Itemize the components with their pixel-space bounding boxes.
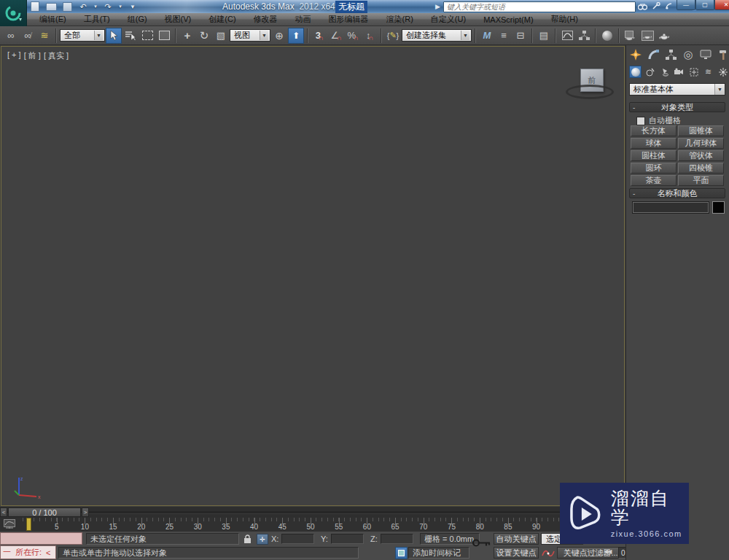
autogrid-checkbox[interactable] bbox=[636, 117, 645, 125]
restore-button[interactable]: ▢ bbox=[695, 0, 714, 10]
button-cylinder[interactable]: 圆柱体 bbox=[631, 150, 677, 161]
close-button[interactable]: ✕ bbox=[714, 0, 729, 10]
redo-icon[interactable]: ↷ bbox=[102, 1, 114, 12]
subtab-shapes-icon[interactable] bbox=[644, 66, 656, 78]
viewcube-compass-ring[interactable] bbox=[566, 85, 614, 99]
rectangular-selection-region-icon[interactable] bbox=[139, 28, 155, 44]
named-selection-sets-dropdown[interactable]: 创建选择集▼ bbox=[402, 29, 472, 42]
select-by-name-icon[interactable] bbox=[122, 28, 139, 44]
menu-group[interactable]: 组(G) bbox=[119, 13, 156, 26]
selection-lock-icon[interactable] bbox=[243, 534, 252, 547]
current-frame-marker[interactable] bbox=[26, 518, 31, 531]
application-button[interactable] bbox=[0, 0, 27, 26]
select-object-button[interactable] bbox=[106, 28, 122, 44]
isolate-selection-toggle-icon[interactable] bbox=[395, 547, 408, 559]
tab-utilities-icon[interactable] bbox=[717, 48, 729, 61]
tab-hierarchy-icon[interactable] bbox=[664, 48, 677, 61]
object-name-field[interactable] bbox=[632, 201, 709, 214]
unlink-selection-icon[interactable]: ∞/ bbox=[20, 28, 36, 44]
reference-coordinate-dropdown[interactable]: 视图▼ bbox=[230, 29, 270, 42]
primitive-category-dropdown[interactable]: 标准基本体▼ bbox=[629, 83, 725, 96]
select-and-scale-icon[interactable]: ▧ bbox=[213, 28, 229, 44]
macro-recorder-field[interactable] bbox=[0, 532, 82, 545]
maxscript-mini-listener[interactable]: 一 所在行: < bbox=[0, 545, 56, 559]
key-mode-curve-icon[interactable] bbox=[542, 548, 555, 560]
undo-dropdown-icon[interactable]: ▾ bbox=[93, 1, 98, 12]
bind-to-space-warp-icon[interactable]: ≋ bbox=[36, 28, 52, 44]
subscription-wrench-icon[interactable] bbox=[650, 1, 661, 11]
menu-graph-editors[interactable]: 图形编辑器 bbox=[320, 13, 378, 26]
snap-toggle-3d-icon[interactable]: 3∩ bbox=[311, 28, 327, 44]
button-teapot[interactable]: 茶壶 bbox=[631, 175, 677, 186]
open-file-icon[interactable] bbox=[45, 1, 57, 12]
tab-motion-icon[interactable]: ◎ bbox=[682, 48, 695, 61]
tab-modify-icon[interactable] bbox=[647, 48, 660, 61]
menu-views[interactable]: 视图(V) bbox=[156, 13, 200, 26]
schematic-view-icon[interactable] bbox=[576, 28, 592, 44]
subtab-lights-icon[interactable] bbox=[658, 66, 671, 78]
menu-customize[interactable]: 自定义(U) bbox=[422, 13, 475, 26]
angle-snap-toggle-icon[interactable]: ∠∩ bbox=[328, 28, 344, 44]
edit-named-selection-sets-icon[interactable]: {✎} bbox=[385, 28, 401, 44]
button-cone[interactable]: 圆锥体 bbox=[678, 125, 724, 136]
go-to-start-icon[interactable]: ◀◀ bbox=[604, 548, 611, 555]
tab-display-icon[interactable] bbox=[699, 48, 712, 61]
graphite-modeling-icon[interactable]: ▤ bbox=[536, 28, 552, 44]
infocenter-search[interactable] bbox=[443, 1, 636, 12]
button-plane[interactable]: 平面 bbox=[678, 175, 724, 186]
qat-customize-icon[interactable]: ▼ bbox=[127, 1, 139, 12]
subtab-cameras-icon[interactable] bbox=[673, 66, 685, 78]
menu-animation[interactable]: 动画 bbox=[286, 13, 320, 26]
spinner-snap-toggle-icon[interactable]: ↕∩ bbox=[362, 28, 378, 44]
select-and-manipulate-icon[interactable]: ⬆ bbox=[288, 28, 304, 44]
auto-key-button[interactable]: 自动关键点 bbox=[494, 533, 539, 545]
menu-create[interactable]: 创建(C) bbox=[200, 13, 244, 26]
undo-icon[interactable]: ↶ bbox=[77, 1, 89, 12]
subtab-systems-icon[interactable] bbox=[717, 66, 729, 78]
mirror-icon[interactable]: M bbox=[479, 28, 495, 44]
menu-tools[interactable]: 工具(T) bbox=[75, 13, 119, 26]
button-pyramid[interactable]: 四棱锥 bbox=[678, 163, 724, 174]
listener-scroll-arrow-icon[interactable]: < bbox=[46, 548, 50, 557]
minimize-button[interactable]: — bbox=[677, 0, 695, 10]
set-key-icon[interactable] bbox=[472, 537, 491, 551]
new-scene-icon[interactable] bbox=[29, 1, 41, 12]
use-pivot-point-icon[interactable]: ⊕ bbox=[271, 28, 287, 44]
save-file-icon[interactable] bbox=[61, 1, 73, 12]
previous-frame-arrow[interactable]: < bbox=[0, 508, 7, 517]
button-geosphere[interactable]: 几何球体 bbox=[678, 138, 724, 149]
time-slider-track[interactable] bbox=[0, 511, 625, 514]
rendered-frame-window-icon[interactable] bbox=[639, 28, 655, 44]
search-binoculars-icon[interactable] bbox=[637, 1, 648, 11]
menu-modifiers[interactable]: 修改器 bbox=[245, 13, 286, 26]
tab-create-icon[interactable] bbox=[629, 48, 642, 61]
selection-filter-dropdown[interactable]: 全部▼ bbox=[60, 29, 105, 42]
subtab-geometry-icon[interactable] bbox=[629, 66, 642, 78]
button-box[interactable]: 长方体 bbox=[631, 125, 677, 136]
add-time-tag[interactable]: 添加时间标记 bbox=[408, 547, 469, 559]
align-icon[interactable]: ≡ bbox=[496, 28, 512, 44]
z-coordinate-field[interactable] bbox=[381, 534, 413, 544]
render-production-icon[interactable] bbox=[656, 28, 672, 44]
x-coordinate-field[interactable] bbox=[281, 534, 314, 544]
button-torus[interactable]: 圆环 bbox=[631, 163, 677, 174]
select-and-move-icon[interactable]: + bbox=[179, 28, 195, 44]
key-filters-button[interactable]: 关键点过滤器... bbox=[557, 547, 624, 559]
viewport-menu-pov[interactable]: [ 前 ] bbox=[24, 50, 41, 61]
material-editor-icon[interactable] bbox=[599, 28, 615, 44]
viewport-menu-general[interactable]: [ + ] bbox=[7, 50, 21, 61]
mini-curve-editor-icon[interactable] bbox=[4, 519, 17, 529]
next-frame-arrow[interactable]: > bbox=[82, 508, 89, 517]
button-tube[interactable]: 管状体 bbox=[678, 150, 724, 161]
search-expand-arrow-icon[interactable]: ▶ bbox=[435, 3, 440, 10]
viewport-front[interactable]: [ + ] [ 前 ] [ 真实 ] 前 z x bbox=[1, 46, 625, 506]
menu-maxscript[interactable]: MAXScript(M) bbox=[475, 13, 542, 26]
time-slider-handle[interactable]: 0 / 100 bbox=[8, 508, 81, 517]
set-key-button[interactable]: 设置关键点 bbox=[494, 547, 539, 559]
rollout-collapse-icon[interactable]: - bbox=[633, 104, 635, 112]
curve-editor-icon[interactable] bbox=[559, 28, 575, 44]
render-setup-icon[interactable] bbox=[623, 28, 639, 44]
communication-center-icon[interactable] bbox=[663, 1, 674, 11]
rollout-name-color[interactable]: - 名称和颜色 bbox=[629, 188, 725, 198]
window-crossing-toggle-icon[interactable] bbox=[156, 28, 172, 44]
